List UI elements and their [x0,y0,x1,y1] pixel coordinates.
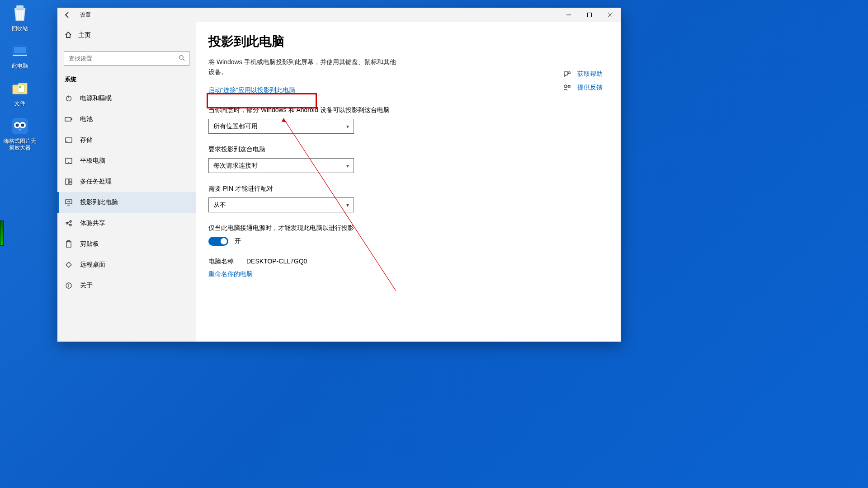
multitask-icon [65,178,73,186]
nav-label: 存储 [80,136,93,144]
icon-label: 此电脑 [12,63,28,70]
home-label: 主页 [78,31,91,39]
minimize-button[interactable] [558,8,579,22]
back-button[interactable] [57,8,77,22]
nav-about[interactable]: 关于 [57,275,196,296]
svg-rect-19 [66,138,72,142]
volume-indicator [0,221,4,246]
svg-rect-25 [69,182,72,184]
section-3-label: 需要 PIN 才能进行配对 [208,185,608,193]
feedback-icon [563,84,571,92]
select-value: 每次请求连接时 [213,162,258,170]
window-body: 主页 系统 电源和睡眠 电池 [57,22,621,342]
section-4-label: 仅当此电脑接通电源时，才能发现此电脑以进行投影 [208,224,608,232]
tablet-icon [65,157,73,165]
nav-battery[interactable]: 电池 [57,109,196,130]
svg-point-10 [21,124,24,127]
info-icon [65,282,73,290]
home-link[interactable]: 主页 [57,26,196,45]
svg-rect-12 [588,13,592,17]
icon-label: 嗨格式图片无 损放大器 [4,138,36,151]
nav-project-to-pc[interactable]: 投影到此电脑 [57,192,196,213]
storage-icon [65,136,73,144]
desktop: 回收站 此电脑 文件 嗨格式图片无 损放大器 设置 [0,0,868,488]
nav-shared-exp[interactable]: 体验共享 [57,213,196,234]
share-icon [65,219,73,227]
svg-rect-2 [14,47,26,53]
nav-label: 关于 [80,282,93,290]
search-icon [179,55,185,62]
nav-list: 电源和睡眠 电池 存储 平板电脑 [57,88,196,296]
link-label: 获取帮助 [577,70,603,78]
get-help-link[interactable]: 获取帮助 [563,70,603,78]
nav-label: 多任务处理 [80,178,112,186]
icon-label: 文件 [14,100,25,107]
right-links: 获取帮助 提供反馈 [563,70,603,92]
search-input[interactable] [64,51,189,66]
search-wrap [57,45,196,69]
svg-rect-5 [19,86,21,88]
svg-point-9 [16,124,19,127]
power-only-toggle[interactable] [208,237,228,246]
feedback-link[interactable]: 提供反馈 [563,84,603,92]
svg-point-13 [179,56,183,59]
launch-connect-link[interactable]: 启动"连接"应用以投影到此电脑 [208,86,295,94]
pc-icon [10,41,30,61]
svg-rect-17 [65,117,71,121]
nav-label: 投影到此电脑 [80,198,118,206]
clipboard-icon [65,240,73,248]
svg-point-38 [564,85,567,88]
sidebar-category: 系统 [57,69,196,88]
svg-point-37 [568,72,571,74]
nav-label: 电源和睡眠 [80,94,112,103]
icon-label: 回收站 [12,25,28,32]
power-icon [65,94,73,103]
owl-icon [10,116,30,136]
window-title: 设置 [80,11,91,19]
titlebar: 设置 [57,8,621,22]
settings-window: 设置 主页 系统 [57,8,621,342]
chevron-down-icon: ▾ [346,163,349,169]
nav-label: 体验共享 [80,219,105,227]
project-icon [65,198,73,206]
battery-icon [65,115,73,123]
svg-point-22 [68,162,69,163]
svg-rect-18 [71,118,72,120]
trash-icon [10,4,30,23]
select-value: 从不 [213,201,226,209]
pc-name-label: 电脑名称 [208,258,234,266]
nav-storage[interactable]: 存储 [57,130,196,150]
svg-rect-3 [13,55,27,56]
nav-power-sleep[interactable]: 电源和睡眠 [57,88,196,109]
nav-label: 剪贴板 [80,240,99,248]
svg-rect-0 [16,5,24,8]
recycle-bin-icon[interactable]: 回收站 [3,4,37,32]
desktop-icon-list: 回收站 此电脑 文件 嗨格式图片无 损放大器 [3,4,37,151]
nav-label: 电池 [80,115,93,123]
window-controls [558,8,621,22]
nav-label: 平板电脑 [80,157,105,165]
page-description: 将 Windows 手机或电脑投影到此屏幕，并使用其键盘、鼠标和其他设备。 [208,57,398,77]
section-2-label: 要求投影到这台电脑 [208,145,608,154]
ask-project-select[interactable]: 每次请求连接时 ▾ [208,158,354,173]
rename-pc-link[interactable]: 重命名你的电脑 [208,270,253,278]
help-icon [563,70,571,78]
link-label: 提供反馈 [577,84,603,92]
nav-tablet[interactable]: 平板电脑 [57,150,196,171]
close-button[interactable] [600,8,621,22]
nav-clipboard[interactable]: 剪贴板 [57,234,196,254]
pin-select[interactable]: 从不 ▾ [208,197,354,212]
pc-name-value: DESKTOP-CLL7GQ0 [246,258,307,266]
page-title: 投影到此电脑 [208,33,608,50]
select-value: 所有位置都可用 [213,122,258,131]
maximize-button[interactable] [579,8,600,22]
main-content: 投影到此电脑 将 Windows 手机或电脑投影到此屏幕，并使用其键盘、鼠标和其… [196,22,621,342]
files-folder-icon[interactable]: 文件 [3,79,37,107]
owl-app-icon[interactable]: 嗨格式图片无 损放大器 [3,116,37,151]
nav-multitask[interactable]: 多任务处理 [57,171,196,192]
nav-remote-desktop[interactable]: 远程桌面 [57,254,196,275]
svg-point-33 [68,284,69,285]
availability-select[interactable]: 所有位置都可用 ▾ [208,119,354,134]
this-pc-icon[interactable]: 此电脑 [3,41,37,70]
section-1-label: 当你同意时，部分 Windows 和 Android 设备可以投影到这台电脑 [208,106,608,114]
